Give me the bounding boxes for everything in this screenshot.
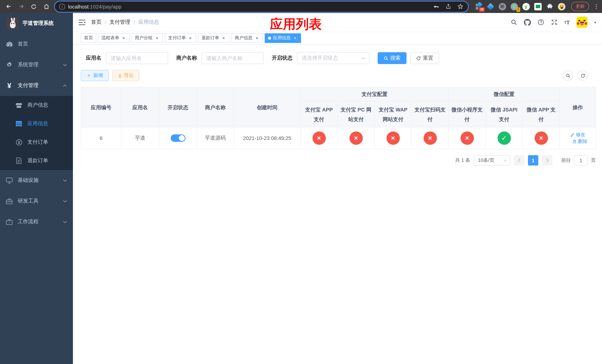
tab-item-active[interactable]: 应用信息× xyxy=(265,33,301,43)
merchant-name-input[interactable] xyxy=(201,52,264,64)
tab-item[interactable]: 商户信息× xyxy=(231,33,263,43)
table-row: 6 芋道 芋道源码 2021-10-23 08:49:25 × × × × × xyxy=(81,127,596,149)
cell-app-id: 6 xyxy=(81,127,121,149)
column-header: 微信小程序支付 xyxy=(449,101,485,127)
extension-y-icon[interactable]: y xyxy=(522,3,530,10)
reload-icon[interactable] xyxy=(28,1,39,12)
edit-link[interactable]: 修改 xyxy=(570,131,585,138)
address-bar[interactable]: i localhost:1024/pay/app xyxy=(55,1,468,12)
close-icon[interactable]: × xyxy=(221,35,226,41)
sidebar-item-label: 工作流程 xyxy=(18,218,39,225)
tab-item[interactable]: 流程表单× xyxy=(98,33,129,43)
sidebar-item-devtools[interactable]: 研发工具 xyxy=(0,191,73,212)
close-icon[interactable]: × xyxy=(254,35,259,41)
back-icon[interactable] xyxy=(3,1,14,12)
toolbox-icon xyxy=(5,198,13,204)
share-icon[interactable] xyxy=(445,3,451,10)
tab-item[interactable]: 首页 xyxy=(81,33,96,43)
tab-item[interactable]: 用户分组× xyxy=(131,33,163,43)
add-button[interactable]: ＋ 新增 xyxy=(81,70,108,81)
sidebar-item-infrastructure[interactable]: 基础设施 xyxy=(0,170,73,191)
bookmark-star-icon[interactable] xyxy=(457,3,463,10)
refresh-icon[interactable] xyxy=(578,70,588,81)
page-number-current[interactable]: 1 xyxy=(528,155,538,166)
column-header: 支付宝 APP 支付 xyxy=(301,101,337,127)
url-text[interactable]: localhost:1024/pay/app xyxy=(68,3,121,10)
site-info-icon[interactable]: i xyxy=(59,3,65,10)
tab-item[interactable]: 支付订单× xyxy=(165,33,196,43)
avatar[interactable] xyxy=(576,17,588,28)
extension-command-icon[interactable]: ⌘ xyxy=(498,3,506,10)
chrome-update-button[interactable]: 更新 xyxy=(571,2,589,11)
sidebar-item-refund-orders[interactable]: 退款订单 xyxy=(0,151,73,170)
trash-icon xyxy=(572,139,577,144)
extension-chat-icon[interactable] xyxy=(534,3,542,10)
font-size-icon[interactable]: TT xyxy=(564,19,570,25)
column-header: 支付宝 PC 网站支付 xyxy=(337,101,375,127)
help-icon[interactable] xyxy=(538,19,544,26)
delete-link[interactable]: 删除 xyxy=(572,138,588,145)
next-page-button[interactable] xyxy=(542,155,552,166)
breadcrumb-home[interactable]: 首页 xyxy=(91,19,101,26)
wechat-lite-status-icon: × xyxy=(460,131,474,145)
fullscreen-icon[interactable] xyxy=(551,19,557,26)
search-icon[interactable] xyxy=(510,19,517,26)
toggle-search-icon[interactable] xyxy=(563,70,573,81)
extension-profile-icon[interactable]: 1 xyxy=(510,3,518,10)
extension-apps-icon[interactable]: 10 xyxy=(475,3,483,10)
app-title: 芋道管理系统 xyxy=(22,20,54,27)
column-header: 开启状态 xyxy=(159,87,197,127)
search-button[interactable]: 搜索 xyxy=(378,52,407,64)
close-icon[interactable]: × xyxy=(154,35,160,41)
cell-merchant: 芋道源码 xyxy=(197,127,234,149)
briefcase-icon xyxy=(5,219,13,225)
alipay-pc-status-icon: × xyxy=(349,131,363,145)
browser-menu-icon[interactable] xyxy=(593,4,599,9)
sidebar-item-workflow[interactable]: 工作流程 xyxy=(0,212,73,232)
page-size-select[interactable]: 10条/页 xyxy=(474,155,510,166)
sidebar-item-label: 应用信息 xyxy=(27,120,48,127)
refund-doc-icon xyxy=(15,157,23,164)
sidebar-item-label: 首页 xyxy=(18,41,28,47)
profile-emoji-icon[interactable] xyxy=(558,3,565,10)
app-name-input[interactable] xyxy=(106,52,168,64)
tags-view: 首页 流程表单× 用户分组× 支付订单× 退款订单× 商户信息× 应用信息× xyxy=(73,32,602,45)
column-header: 微信 APP 支付 xyxy=(523,101,559,127)
sidebar-item-home[interactable]: 首页 xyxy=(0,34,73,54)
sidebar-item-app-info[interactable]: 应用信息 xyxy=(0,114,73,133)
close-icon[interactable]: × xyxy=(188,35,193,41)
merchant-name-label: 商户名称 xyxy=(176,55,197,62)
collapse-sidebar-icon[interactable] xyxy=(73,13,91,32)
goto-page-input[interactable] xyxy=(574,155,588,166)
breadcrumb: 首页 / 支付管理 / 应用信息 xyxy=(91,19,159,26)
close-icon[interactable]: × xyxy=(292,35,298,41)
status-toggle[interactable] xyxy=(171,134,185,142)
alipay-wap-status-icon: × xyxy=(386,131,400,145)
github-icon[interactable] xyxy=(524,19,531,26)
reset-button[interactable]: 重置 xyxy=(410,52,439,64)
sidebar-item-label: 退款订单 xyxy=(27,157,48,164)
sidebar-item-payment[interactable]: ¥ 支付管理 xyxy=(0,75,73,96)
sidebar-item-label: 支付管理 xyxy=(18,82,39,89)
sidebar: 芋道管理系统 首页 系统管理 ¥ 支付管理 xyxy=(0,13,73,364)
status-select[interactable]: 请选择开启状态 xyxy=(297,52,369,64)
breadcrumb-payment[interactable]: 支付管理 xyxy=(110,19,130,26)
cell-created: 2021-10-23 08:49:25 xyxy=(234,127,301,149)
tab-item[interactable]: 退款订单× xyxy=(198,33,230,43)
extension-kite-icon[interactable] xyxy=(486,3,494,10)
export-button[interactable]: 导出 xyxy=(112,70,139,81)
chevron-down-icon xyxy=(63,200,67,202)
avatar-caret-icon[interactable]: ▾ xyxy=(594,20,596,24)
forward-icon[interactable] xyxy=(16,1,27,12)
close-icon[interactable]: × xyxy=(121,35,126,41)
sidebar-item-pay-orders[interactable]: 支付订单 xyxy=(0,133,73,151)
password-key-icon[interactable] xyxy=(433,3,440,10)
home-icon[interactable] xyxy=(41,1,52,12)
sidebar-item-system[interactable]: 系统管理 xyxy=(0,54,73,75)
column-header: 操作 xyxy=(559,87,596,127)
extensions-puzzle-icon[interactable] xyxy=(546,3,553,10)
prev-page-button[interactable] xyxy=(514,155,524,166)
sidebar-item-label: 基础设施 xyxy=(18,177,39,184)
sidebar-item-merchant-info[interactable]: 商户信息 xyxy=(0,96,73,114)
app-logo[interactable]: 芋道管理系统 xyxy=(0,13,73,34)
